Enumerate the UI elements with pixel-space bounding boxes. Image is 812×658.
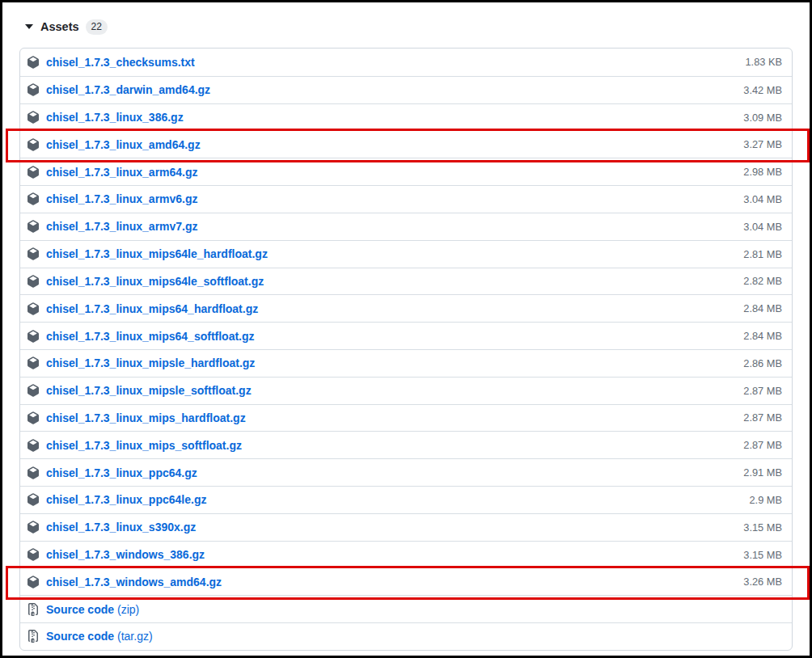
asset-name: chisel_1.7.3_darwin_amd64.gz [46,83,210,96]
asset-link[interactable]: Source code(zip) [46,603,769,616]
asset-name: chisel_1.7.3_linux_mips64_hardfloat.gz [46,302,258,315]
asset-size: 2.86 MB [743,357,782,369]
package-icon [27,192,40,205]
asset-row: chisel_1.7.3_linux_386.gz 3.09 MB [20,103,792,131]
asset-size: 3.04 MB [743,193,782,205]
asset-name: chisel_1.7.3_windows_386.gz [46,548,205,561]
asset-size: 3.26 MB [743,576,782,588]
release-assets-page: Assets 22 chisel_1.7.3_checksums.txt 1.8… [0,0,812,658]
assets-heading: Assets [40,20,79,33]
asset-link[interactable]: chisel_1.7.3_linux_s390x.gz [46,521,730,534]
asset-size: 2.98 MB [743,166,782,178]
asset-link[interactable]: chisel_1.7.3_linux_mips_hardfloat.gz [46,411,730,424]
asset-name: chisel_1.7.3_linux_mipsle_hardfloat.gz [46,356,255,369]
asset-link[interactable]: chisel_1.7.3_windows_386.gz [46,548,730,561]
asset-name: chisel_1.7.3_linux_mips64_softfloat.gz [46,330,255,343]
asset-name: chisel_1.7.3_linux_mips64le_softfloat.gz [46,275,264,288]
asset-size: 3.27 MB [743,138,782,150]
asset-name: chisel_1.7.3_linux_ppc64.gz [46,466,197,479]
asset-row: chisel_1.7.3_linux_mips64_hardfloat.gz 2… [20,294,792,322]
package-icon [27,56,40,69]
asset-size: 3.09 MB [743,112,782,124]
asset-name: Source code [46,630,114,643]
asset-size: 2.87 MB [743,385,782,397]
asset-row: chisel_1.7.3_linux_arm64.gz 2.98 MB [20,158,792,185]
asset-size: 3.42 MB [743,84,782,96]
package-icon [27,411,40,424]
asset-size: 2.87 MB [743,411,782,424]
asset-size: 2.84 MB [743,302,782,314]
assets-header: Assets 22 [19,18,793,36]
asset-name: chisel_1.7.3_linux_ppc64le.gz [46,493,206,506]
asset-size: 2.9 MB [749,494,782,506]
asset-size: 3.15 MB [743,521,782,534]
asset-link[interactable]: chisel_1.7.3_linux_armv6.gz [46,192,730,205]
asset-link[interactable]: chisel_1.7.3_linux_mips64le_softfloat.gz [46,275,730,288]
asset-link[interactable]: chisel_1.7.3_darwin_amd64.gz [46,83,730,96]
asset-row: chisel_1.7.3_checksums.txt 1.83 KB [20,49,792,76]
package-icon [27,220,40,233]
package-icon [27,302,40,315]
asset-row: chisel_1.7.3_darwin_amd64.gz 3.42 MB [20,76,792,103]
package-icon [27,576,40,588]
asset-link[interactable]: chisel_1.7.3_linux_mipsle_hardfloat.gz [46,356,730,369]
package-icon [27,384,40,397]
file-zip-icon [27,603,40,616]
asset-row: chisel_1.7.3_windows_amd64.gz 3.26 MB [20,567,792,595]
package-icon [27,439,40,452]
asset-link[interactable]: chisel_1.7.3_linux_arm64.gz [46,166,730,179]
package-icon [27,330,40,343]
asset-size: 2.82 MB [743,275,782,287]
asset-link[interactable]: chisel_1.7.3_linux_amd64.gz [46,138,730,151]
asset-link[interactable]: chisel_1.7.3_linux_386.gz [46,111,730,124]
asset-link[interactable]: chisel_1.7.3_linux_mips_softfloat.gz [46,439,730,452]
asset-name: chisel_1.7.3_linux_mipsle_softfloat.gz [46,384,252,397]
asset-size: 3.15 MB [743,549,782,561]
asset-list: chisel_1.7.3_checksums.txt 1.83 KB chise… [19,48,793,651]
package-icon [27,83,40,96]
asset-name: Source code [46,603,114,616]
asset-row: chisel_1.7.3_linux_mips64le_hardfloat.gz… [20,240,792,268]
triangle-down-icon[interactable] [25,24,33,29]
asset-link[interactable]: chisel_1.7.3_linux_ppc64le.gz [46,493,736,506]
package-icon [27,356,40,369]
asset-size: 1.83 KB [745,56,782,68]
asset-row: Source code(tar.gz) [20,622,792,650]
asset-link[interactable]: Source code(tar.gz) [46,630,769,643]
asset-name: chisel_1.7.3_linux_armv7.gz [46,220,198,233]
asset-row: chisel_1.7.3_linux_mips64_softfloat.gz 2… [20,322,792,349]
asset-link[interactable]: chisel_1.7.3_linux_mips64_softfloat.gz [46,330,730,343]
asset-row: chisel_1.7.3_linux_mipsle_hardfloat.gz 2… [20,349,792,377]
asset-link[interactable]: chisel_1.7.3_linux_mipsle_softfloat.gz [46,384,730,397]
asset-row: chisel_1.7.3_linux_armv7.gz 3.04 MB [20,213,792,240]
assets-count-badge: 22 [86,19,108,35]
asset-name: chisel_1.7.3_checksums.txt [46,56,195,69]
asset-name: chisel_1.7.3_linux_mips_softfloat.gz [46,439,242,452]
file-zip-icon [27,630,40,643]
package-icon [27,247,40,260]
asset-row: chisel_1.7.3_linux_amd64.gz 3.27 MB [20,130,792,158]
package-icon [27,521,40,534]
asset-link[interactable]: chisel_1.7.3_linux_mips64_hardfloat.gz [46,302,730,315]
asset-row: chisel_1.7.3_linux_armv6.gz 3.04 MB [20,185,792,213]
asset-row: chisel_1.7.3_windows_386.gz 3.15 MB [20,541,792,568]
package-icon [27,275,40,288]
asset-row: chisel_1.7.3_linux_ppc64le.gz 2.9 MB [20,486,792,513]
asset-name: chisel_1.7.3_linux_mips_hardfloat.gz [46,411,246,424]
asset-size: 2.87 MB [743,439,782,451]
asset-name-suffix: (zip) [117,603,139,616]
package-icon [27,166,40,179]
asset-link[interactable]: chisel_1.7.3_linux_ppc64.gz [46,466,730,479]
asset-link[interactable]: chisel_1.7.3_linux_mips64le_hardfloat.gz [46,247,730,260]
asset-link[interactable]: chisel_1.7.3_checksums.txt [46,56,732,69]
asset-link[interactable]: chisel_1.7.3_windows_amd64.gz [46,576,730,588]
asset-name: chisel_1.7.3_linux_arm64.gz [46,166,198,179]
asset-row: chisel_1.7.3_linux_mips_softfloat.gz 2.8… [20,431,792,458]
asset-link[interactable]: chisel_1.7.3_linux_armv7.gz [46,220,730,233]
package-icon [27,111,40,124]
asset-size: 2.91 MB [743,466,782,479]
asset-name: chisel_1.7.3_linux_amd64.gz [46,138,201,151]
asset-name: chisel_1.7.3_linux_s390x.gz [46,521,196,534]
package-icon [27,466,40,479]
asset-name: chisel_1.7.3_linux_mips64le_hardfloat.gz [46,247,268,260]
